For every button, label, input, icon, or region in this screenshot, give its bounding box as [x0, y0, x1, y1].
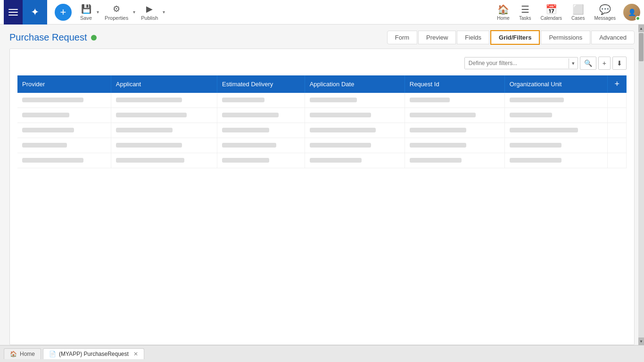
- messages-icon: 💬: [599, 4, 611, 15]
- right-scrollbar[interactable]: ▲ ▼: [638, 25, 644, 345]
- publish-icon: ▶: [146, 4, 153, 14]
- logo-button[interactable]: ✦: [23, 0, 47, 25]
- skeleton-cell: [22, 128, 74, 132]
- table-row: [17, 138, 627, 153]
- status-dot: [91, 35, 97, 41]
- filter-dropdown-button[interactable]: ▾: [569, 58, 578, 68]
- bottom-bar: 🏠 Home 📄 (MYAPP) PurchaseRequest ✕: [0, 345, 644, 362]
- bottom-tab-purchase-request[interactable]: 📄 (MYAPP) PurchaseRequest ✕: [43, 348, 144, 359]
- skeleton-cell: [222, 113, 279, 117]
- skeleton-cell: [222, 143, 276, 148]
- calendars-nav-label: Calendars: [540, 16, 562, 21]
- table-row: [17, 93, 627, 108]
- properties-button[interactable]: ⚙ Properties: [102, 2, 131, 23]
- cases-icon: ⬜: [572, 4, 584, 15]
- skeleton-cell: [410, 98, 450, 102]
- table-row: [17, 123, 627, 138]
- save-icon: 💾: [81, 4, 91, 14]
- hamburger-button[interactable]: [4, 0, 23, 25]
- publish-dropdown-button[interactable]: ▾: [162, 8, 166, 16]
- filter-bar: ▾ 🔍 + ⬇: [17, 57, 627, 70]
- tab-advanced[interactable]: Advanced: [591, 31, 635, 44]
- messages-nav-label: Messages: [594, 16, 616, 21]
- tab-fields[interactable]: Fields: [457, 31, 489, 44]
- skeleton-cell: [310, 158, 362, 163]
- filter-download-button[interactable]: ⬇: [612, 57, 627, 70]
- calendars-nav-button[interactable]: 📅 Calendars: [538, 3, 564, 22]
- bottom-tab-home[interactable]: 🏠 Home: [4, 348, 41, 359]
- bottom-tab-close-button[interactable]: ✕: [132, 351, 138, 357]
- save-dropdown-button[interactable]: ▾: [96, 8, 100, 16]
- tab-preview[interactable]: Preview: [418, 31, 456, 44]
- home-tab-icon: 🏠: [10, 351, 17, 357]
- properties-icon: ⚙: [113, 4, 120, 14]
- publish-button[interactable]: ▶ Publish: [138, 2, 161, 23]
- home-nav-label: Home: [497, 16, 510, 21]
- home-tab-label: Home: [20, 351, 35, 357]
- skeleton-cell: [410, 113, 476, 117]
- cases-nav-button[interactable]: ⬜ Cases: [570, 3, 586, 22]
- skeleton-cell: [116, 113, 187, 117]
- properties-action: ⚙ Properties ▾: [102, 2, 136, 23]
- cases-nav-label: Cases: [571, 16, 585, 21]
- col-header-organizational-unit: Organizational Unit: [504, 75, 608, 93]
- avatar[interactable]: 👤: [623, 4, 640, 21]
- scroll-up-arrow[interactable]: ▲: [638, 25, 644, 32]
- save-button[interactable]: 💾 Save: [77, 2, 95, 23]
- main-area: Purchase Request Form Preview Fields Gri…: [0, 25, 644, 345]
- col-header-request-id: Request Id: [405, 75, 504, 93]
- publish-action: ▶ Publish ▾: [138, 2, 166, 23]
- home-icon: 🏠: [497, 4, 509, 15]
- tab-permissions[interactable]: Permissions: [541, 31, 590, 44]
- tasks-icon: ☰: [521, 4, 529, 15]
- home-nav-button[interactable]: 🏠 Home: [495, 3, 512, 22]
- messages-nav-button[interactable]: 💬 Messages: [592, 3, 618, 22]
- scroll-thumb[interactable]: [639, 33, 644, 61]
- tab-form[interactable]: Form: [387, 31, 417, 44]
- skeleton-cell: [310, 128, 376, 132]
- skeleton-cell: [510, 128, 578, 132]
- publish-label: Publish: [141, 15, 158, 21]
- properties-label: Properties: [105, 15, 128, 21]
- skeleton-cell: [410, 143, 466, 148]
- skeleton-cell: [510, 98, 564, 102]
- add-column-button[interactable]: +: [612, 79, 621, 89]
- filter-input[interactable]: [465, 58, 569, 69]
- skeleton-cell: [116, 98, 182, 102]
- toolbar-nav: 🏠 Home ☰ Tasks 📅 Calendars ⬜ Cases 💬 Mes…: [495, 3, 640, 22]
- grid-header-row: Provider Applicant Estimated Delivery Ap…: [17, 75, 627, 93]
- tasks-nav-button[interactable]: ☰ Tasks: [517, 3, 533, 22]
- data-grid: Provider Applicant Estimated Delivery Ap…: [17, 75, 627, 168]
- main-toolbar: ✦ + 💾 Save ▾ ⚙ Properties ▾ ▶ Publish: [0, 0, 644, 25]
- col-header-provider: Provider: [17, 75, 111, 93]
- col-header-estimated-delivery: Estimated Delivery: [217, 75, 305, 93]
- filter-add-button[interactable]: +: [598, 57, 611, 70]
- properties-dropdown-button[interactable]: ▾: [132, 8, 136, 16]
- table-row: [17, 108, 627, 123]
- col-header-add[interactable]: +: [608, 75, 627, 93]
- calendars-icon: 📅: [545, 4, 557, 15]
- add-button[interactable]: +: [55, 4, 72, 21]
- skeleton-cell: [22, 143, 67, 148]
- tab-bar: Form Preview Fields Grid/Filters Permiss…: [387, 30, 635, 45]
- skeleton-cell: [510, 113, 552, 117]
- skeleton-cell: [310, 143, 371, 148]
- scroll-down-arrow[interactable]: ▼: [638, 337, 644, 345]
- page-title-row: Purchase Request: [9, 32, 97, 43]
- bottom-tab-label: (MYAPP) PurchaseRequest: [59, 351, 129, 357]
- save-label: Save: [80, 15, 92, 21]
- table-row: [17, 153, 627, 168]
- skeleton-cell: [510, 143, 561, 148]
- save-action: 💾 Save ▾: [77, 2, 100, 23]
- skeleton-cell: [410, 128, 466, 132]
- skeleton-cell: [410, 158, 462, 163]
- avatar-status-dot: [636, 16, 640, 21]
- logo-icon: ✦: [31, 6, 39, 18]
- skeleton-cell: [222, 158, 269, 163]
- filter-search-button[interactable]: 🔍: [580, 57, 596, 70]
- tab-doc-icon: 📄: [49, 351, 56, 357]
- page-header: Purchase Request Form Preview Fields Gri…: [0, 25, 644, 49]
- tab-grid-filters[interactable]: Grid/Filters: [490, 30, 540, 45]
- skeleton-cell: [22, 113, 69, 117]
- content-panel: ▾ 🔍 + ⬇ Provider Applicant Estimated Del…: [9, 49, 635, 345]
